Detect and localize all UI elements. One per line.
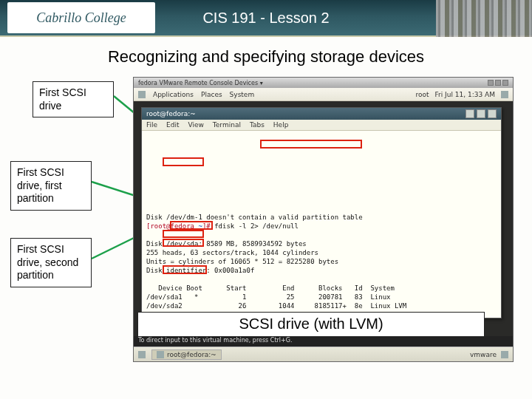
terminal-title-text: root@fedora:~ [146,110,196,117]
task-label: root@fedora:~ [167,351,216,358]
gnome-clock: Fri Jul 11, 1:33 AM [435,91,495,98]
terminal-menu-tabs[interactable]: Tabs [250,121,265,129]
gnome-top-panel: Applications Places System root Fri Jul … [134,88,513,101]
terminal-menu-edit[interactable]: Edit [166,121,179,129]
gnome-user-label: root [415,91,429,98]
gnome-menu-applications[interactable]: Applications [153,91,194,98]
gnome-menu-places[interactable]: Places [201,91,222,98]
highlight-fdisk-command [260,140,362,149]
callout-second-partition: First SCSI drive, second partition [10,238,92,287]
fedora-logo-icon [138,91,146,98]
highlight-dev-sda1 [170,221,213,230]
terminal-min-icon[interactable] [466,109,474,118]
terminal-menubar: File Edit View Terminal Tabs Help [142,120,501,131]
volume-icon[interactable] [501,91,508,98]
terminal-menu-terminal[interactable]: Terminal [213,121,241,129]
college-logo: Cabrillo College [7,2,155,33]
vmware-titlebar: fedora VMware Remote Console Devices ▾ [134,78,513,88]
terminal-menu-help[interactable]: Help [273,121,289,129]
terminal-close-icon[interactable] [488,109,497,118]
tray-icon [501,351,508,358]
terminal-window: root@fedora:~ File Edit View Terminal Ta… [141,107,502,318]
window-min-icon[interactable] [488,80,494,86]
window-close-icon[interactable] [502,80,508,86]
header-photo-strip [436,0,532,37]
highlight-dev-dm1 [163,265,207,274]
course-title: CIS 191 - Lesson 2 [202,10,329,27]
slide-subtitle: Recognizing and specifying storage devic… [0,47,532,66]
slide-header: Cabrillo College CIS 191 - Lesson 2 [0,0,532,37]
vmware-title-text: fedora VMware Remote Console Devices ▾ [138,80,263,86]
highlight-dev-sda2 [163,230,204,238]
bottom-banner: SCSI drive (with LVM) [137,312,485,337]
gnome-bottom-panel: root@fedora:~ vmware [134,347,513,361]
window-max-icon[interactable] [495,80,501,86]
terminal-menu-view[interactable]: View [188,121,204,129]
show-desktop-icon[interactable] [138,351,146,358]
slide-stage: First SCSI drive First SCSI drive, first… [0,74,532,399]
terminal-body[interactable]: Disk /dev/dm-1 doesn't contain a valid p… [142,131,501,317]
highlight-dev-sda [163,157,204,166]
vmware-input-hint: To direct input to this virtual machine,… [134,336,513,347]
terminal-max-icon[interactable] [477,109,485,118]
callout-first-scsi-drive: First SCSI drive [33,81,114,117]
gnome-menu-system[interactable]: System [230,91,255,98]
callout-first-partition: First SCSI drive, first partition [10,161,92,211]
terminal-titlebar: root@fedora:~ [142,108,501,120]
highlight-dev-dm0 [163,239,204,247]
vmware-brand: vmware [470,351,497,358]
terminal-menu-file[interactable]: File [146,121,157,129]
terminal-icon [157,351,164,358]
taskbar-terminal-task[interactable]: root@fedora:~ [151,349,222,360]
